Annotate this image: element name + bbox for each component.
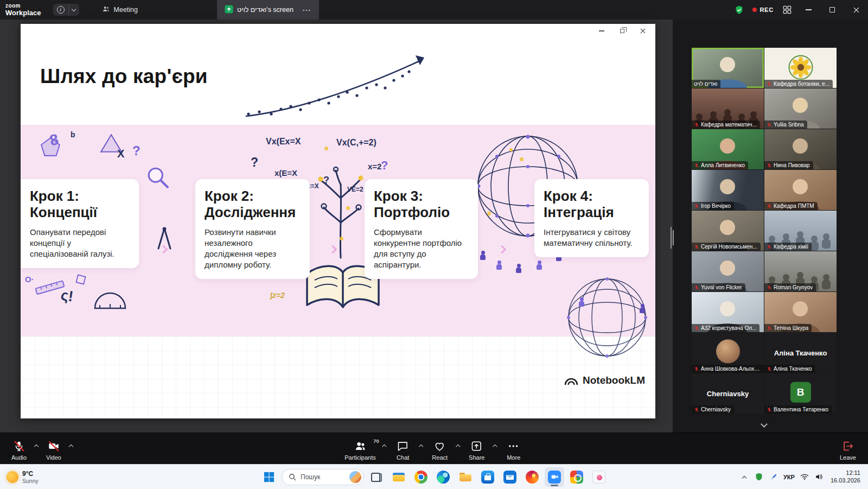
- language-indicator[interactable]: УКР: [782, 468, 796, 486]
- participant-tile-11[interactable]: Yuval von Flicker: [692, 251, 764, 291]
- meeting-info-button[interactable]: i: [53, 4, 68, 16]
- participant-tile-6[interactable]: Нина Пивовар: [764, 129, 837, 169]
- participant-tile-17[interactable]: CherniavskyCherniavsky: [692, 373, 764, 414]
- taskbar-app-icons: [367, 467, 609, 487]
- more-button[interactable]: More: [500, 437, 527, 462]
- taskbar-photos-button[interactable]: [567, 467, 586, 487]
- wifi-icon[interactable]: [798, 468, 811, 486]
- screenshare-icon: [225, 5, 233, 15]
- taskbar-camera-button[interactable]: [589, 467, 609, 487]
- muted-mic-icon: [694, 244, 699, 250]
- taskbar-firefox-button[interactable]: [522, 467, 542, 487]
- notebooklm-logo: NotebookLM: [564, 374, 645, 386]
- doodle-mark: ς!: [60, 287, 74, 306]
- taskbar-weather-widget[interactable]: 9°C Sunny: [2, 465, 43, 489]
- participant-tile-18[interactable]: BВалентина Титаренко: [764, 373, 837, 414]
- tab-meeting[interactable]: Meeting: [94, 0, 145, 20]
- notebooklm-label: NotebookLM: [583, 374, 645, 386]
- logo-text-zoom: zoom: [5, 3, 41, 9]
- participant-tile-2[interactable]: Кафедра ботаніки, е...: [764, 48, 837, 88]
- participant-tile-13[interactable]: А32 користувача Ол...: [692, 292, 764, 332]
- security-shield-icon[interactable]: [752, 468, 765, 486]
- step-card-heading: Крок 2:Дослідження: [205, 188, 301, 220]
- participant-tile-12[interactable]: Roman Grynyov: [764, 251, 837, 291]
- participant-tile-3[interactable]: Кафедра математич...: [692, 88, 764, 129]
- tab-shared-screen[interactable]: ואדים לויט's screen ···: [217, 0, 319, 20]
- participant-tile-10[interactable]: Кафедра хімії: [764, 211, 837, 251]
- taskbar-zoom-button[interactable]: [545, 467, 564, 487]
- taskbar-folder-button[interactable]: [456, 467, 475, 487]
- tray-overflow-chevron[interactable]: [738, 468, 751, 486]
- scroll-participants-button[interactable]: [692, 420, 837, 429]
- taskbar-store-button[interactable]: [478, 467, 497, 487]
- step-card-body: Сформувати конкурентне портфоліо для вст…: [374, 227, 469, 270]
- search-input[interactable]: Пошук: [282, 469, 364, 485]
- react-button[interactable]: React: [426, 437, 454, 462]
- shared-close-button[interactable]: [633, 24, 653, 38]
- chrome-icon: [414, 471, 427, 484]
- participant-tile-5[interactable]: Алла Литвиненко: [692, 129, 764, 169]
- volume-icon[interactable]: [813, 468, 826, 486]
- view-layout-icon[interactable]: [778, 0, 796, 20]
- participant-tile-15[interactable]: Анна Шовкова-Альохіна: [692, 333, 764, 373]
- zoom-toolbar: AudioVideo Participants70ChatReactShareM…: [0, 433, 868, 464]
- audio-button[interactable]: Audio: [5, 437, 33, 462]
- audio-options-chevron[interactable]: [33, 437, 40, 448]
- mail-icon: [503, 471, 516, 484]
- chevron-down-icon: [72, 7, 76, 11]
- participant-tile-4[interactable]: Yuliia Sribna: [764, 88, 837, 129]
- window-close-button[interactable]: [844, 0, 868, 20]
- panel-resize-handle[interactable]: [671, 227, 674, 249]
- shared-presentation-window: Шлях до кар'єри: [21, 24, 655, 418]
- equation-doodle: Vx(Ex=X: [266, 137, 301, 147]
- participant-tile-8[interactable]: Кафедра ПМТМ: [764, 170, 837, 210]
- letter-avatar: B: [790, 382, 811, 403]
- participants-options-chevron[interactable]: [381, 437, 388, 448]
- participant-tile-9[interactable]: Сергій Новописьмен...: [692, 211, 764, 251]
- taskbar-file-explorer-button[interactable]: [389, 467, 409, 487]
- taskbar-center: Пошук: [259, 465, 609, 489]
- chat-button[interactable]: Chat: [390, 437, 417, 462]
- chevron-up-icon: [493, 444, 497, 449]
- chevron-up-icon: [456, 444, 460, 449]
- start-button[interactable]: [259, 467, 279, 487]
- participant-tile-14[interactable]: Тетяна Шкура: [764, 292, 837, 332]
- clock-widget[interactable]: 12:11 16.03.2026: [827, 468, 864, 486]
- protractor-doodle: [92, 291, 128, 310]
- meeting-info-chevron[interactable]: [68, 4, 79, 16]
- muted-mic-icon: [767, 122, 772, 128]
- pen-icon[interactable]: [767, 468, 780, 486]
- share-options-chevron[interactable]: [492, 437, 499, 448]
- participant-tile-7[interactable]: Ігор Вечірко: [692, 170, 764, 210]
- window-minimize-button[interactable]: [796, 0, 820, 20]
- react-options-chevron[interactable]: [455, 437, 462, 448]
- shared-minimize-button[interactable]: [591, 24, 612, 38]
- encryption-shield-icon[interactable]: [730, 0, 748, 20]
- participants-button[interactable]: Participants70: [341, 437, 379, 462]
- shared-restore-button[interactable]: [612, 24, 633, 38]
- taskbar-chrome-button[interactable]: [411, 467, 431, 487]
- taskbar-mail-button[interactable]: [500, 467, 520, 487]
- participant-tile-16[interactable]: Аліна ТкаченкоАліна Ткаченко: [764, 333, 837, 373]
- video-button[interactable]: Video: [40, 437, 67, 462]
- rec-label: REC: [760, 7, 774, 13]
- doodle-mark: ∫z=2: [270, 291, 285, 300]
- video-options-chevron[interactable]: [67, 437, 75, 448]
- muted-mic-icon: [767, 204, 772, 209]
- tab-options-icon[interactable]: ···: [303, 6, 311, 14]
- taskbar-edge-button[interactable]: [433, 467, 453, 487]
- leave-button[interactable]: Leave: [834, 437, 861, 462]
- taskbar-task-view-button[interactable]: [367, 467, 386, 487]
- share-button[interactable]: Share: [463, 437, 490, 462]
- profile-photo-avatar: [716, 339, 740, 363]
- window-maximize-button[interactable]: [820, 0, 844, 20]
- participant-name-label: Тетяна Шкура: [764, 324, 812, 332]
- equation-doodle: Vx(C,+=2): [336, 138, 376, 148]
- chat-options-chevron[interactable]: [418, 437, 425, 448]
- step-card-body: Опанувати передові концепції у спеціаліз…: [30, 227, 130, 259]
- muted-mic-icon: [767, 163, 772, 168]
- participant-tile-1[interactable]: ואדים לויט: [692, 48, 764, 88]
- toolbar-center-group: Participants70ChatReactShareMore: [341, 437, 527, 462]
- muted-mic-icon: [694, 285, 699, 290]
- folder-icon: [459, 471, 472, 484]
